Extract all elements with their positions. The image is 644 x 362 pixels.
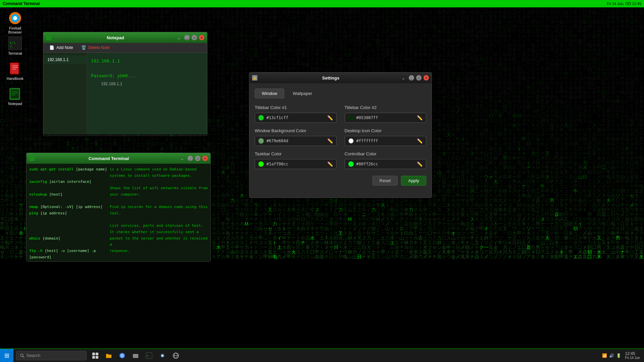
- sys-tray: Fri 14 Jun, ÖÖ 12:45: [607, 2, 641, 6]
- settings-titlebar[interactable]: 🔒 Settings ⌄ _ □ ×: [249, 72, 432, 83]
- notepad-icon: [8, 87, 22, 100]
- terminal-title: Command Terminal: [37, 156, 180, 161]
- settings-maximize-btn[interactable]: □: [416, 75, 422, 81]
- desktop-icon-handbook[interactable]: Handbook: [3, 60, 27, 82]
- taskbar-globe[interactable]: [170, 350, 182, 362]
- notepad-password: Password: yUm9...: [91, 72, 203, 80]
- desc-apt-get: is a Linux command used on Debian-baseds…: [110, 166, 208, 179]
- cmd-ftp: ftp -h [host] -u [username] -p [password…: [29, 248, 107, 260]
- terminal-minimize-btn[interactable]: _: [188, 156, 193, 161]
- notepad-add-note-btn[interactable]: 📄 Add Note: [46, 44, 77, 51]
- folder-icon: [132, 352, 139, 359]
- terminal-icon-label: Terminal: [8, 51, 22, 55]
- notepad-titlebar[interactable]: Notepad ⌄ _ □ ×: [43, 32, 207, 43]
- desc-ping: It checks whether it successfully sent a…: [110, 229, 208, 254]
- terminal-titlebar[interactable]: Command Terminal ⌄ _ □ ×: [27, 153, 210, 164]
- titlebar-color-2-group: Titlebar Color #2 #053007ff ✏️: [345, 105, 427, 123]
- svg-rect-7: [10, 63, 18, 74]
- titlebar-color-2-dot: [348, 115, 354, 120]
- firefox-icon: [8, 11, 22, 25]
- terminal-window: Command Terminal ⌄ _ □ × sudo apt-get in…: [26, 153, 211, 262]
- controlbar-color-label: Controlbar Color: [345, 151, 427, 156]
- notepad-icon-small: [46, 35, 51, 40]
- window-bg-color-label: Window Background Color: [255, 128, 337, 133]
- svg-point-16: [20, 354, 23, 357]
- taskbar-task-view[interactable]: [89, 350, 101, 362]
- search-bar[interactable]: Search: [16, 351, 87, 360]
- titlebar-color-1-field[interactable]: #13cf1cff ✏️: [255, 113, 337, 123]
- settings-collapse-btn[interactable]: ⌄: [401, 75, 405, 81]
- settings-tab-window[interactable]: Window: [255, 89, 284, 98]
- controlbar-color-group: Controlbar Color #00ff26cc ✏️: [345, 151, 427, 169]
- taskbar-steam[interactable]: [156, 350, 168, 362]
- controlbar-color-edit-icon[interactable]: ✏️: [417, 161, 423, 167]
- titlebar-color-1-group: Titlebar Color #1 #13cf1cff ✏️: [255, 105, 337, 123]
- desktop-icon-notepad[interactable]: Notepad: [3, 86, 27, 107]
- settings-close-btn[interactable]: ×: [424, 75, 429, 81]
- notepad-tabs: 192.168.1.1 192.168.1.1: [43, 53, 87, 135]
- add-note-icon: 📄: [49, 45, 54, 50]
- cmd-nmap: nmap [Optional: -sV] [ip address]: [29, 204, 107, 210]
- notepad-collapse-btn[interactable]: ⌄: [177, 35, 181, 40]
- svg-point-2: [13, 16, 17, 20]
- start-button[interactable]: ⊞: [0, 349, 13, 362]
- taskbar-color-value: #1aff00cc: [266, 162, 327, 166]
- svg-rect-12: [11, 90, 19, 98]
- firefox-label: FireballBrowser: [8, 26, 22, 34]
- terminal-maximize-btn[interactable]: □: [195, 156, 200, 161]
- desktop-icon-color-group: Desktop Icon Color #ffffffff ✏️: [345, 128, 427, 146]
- desktop-icon-color-field[interactable]: #ffffffff ✏️: [345, 136, 427, 146]
- settings-window-controls: ⌄ _ □ ×: [401, 75, 429, 81]
- settings-minimize-btn[interactable]: _: [409, 75, 414, 81]
- cmd-iwconfig: iwconfig [airlan internface]: [29, 179, 107, 185]
- desktop-icon-terminal[interactable]: C:\ >_ Terminal: [3, 35, 27, 57]
- notepad-minimize-btn[interactable]: _: [184, 35, 190, 40]
- settings-actions: Reset Apply: [255, 176, 426, 186]
- apply-button[interactable]: Apply: [401, 176, 426, 186]
- taskbar-color-field[interactable]: #1aff00cc ✏️: [255, 159, 337, 169]
- notepad-text[interactable]: 192.168.1.1 Password: yUm9...: [87, 53, 207, 135]
- taskbar-right: 📶 🔊 🔋 12:45 Fri 14 Jun: [602, 351, 644, 360]
- top-bar: Command Terminal Fri 14 Jun, ÖÖ 12:45: [0, 0, 644, 7]
- svg-rect-21: [96, 356, 98, 359]
- notepad-ip: 192.168.1.1: [91, 57, 203, 65]
- sys-tray-time: Fri 14 Jun, ÖÖ 12:45: [607, 2, 641, 6]
- notepad-tab-2[interactable]: 192.168.1.1: [97, 80, 126, 88]
- settings-tab-wallpaper[interactable]: Wallpaper: [286, 89, 319, 98]
- desktop-icon-firefox[interactable]: FireballBrowser: [3, 10, 27, 36]
- controlbar-color-field[interactable]: #00ff26cc ✏️: [345, 159, 427, 169]
- terminal-collapse-btn[interactable]: ⌄: [180, 156, 184, 161]
- cmd-apt-get: sudo apt-get install [package name]: [29, 166, 107, 173]
- cmd-nslookup: nslookup [host]: [29, 192, 107, 198]
- terminal-close-btn[interactable]: ×: [202, 156, 208, 161]
- notepad-tab-1[interactable]: 192.168.1.1: [43, 55, 87, 64]
- desktop-icon-color-edit-icon[interactable]: ✏️: [417, 138, 423, 144]
- svg-text:>_: >_: [10, 45, 13, 48]
- titlebar-color-1-label: Titlebar Color #1: [255, 105, 337, 110]
- notepad-delete-note-btn[interactable]: 🗑️ Delete Note: [78, 44, 113, 51]
- settings-tabs: Window Wallpaper: [255, 89, 426, 98]
- terminal-body: sudo apt-get install [package name] iwco…: [27, 164, 210, 261]
- terminal-icon-small: [29, 156, 35, 161]
- taskbar-color-label: Taskbar Color: [255, 151, 337, 156]
- window-bg-color-edit-icon[interactable]: ✏️: [327, 138, 333, 144]
- reset-button[interactable]: Reset: [373, 176, 398, 186]
- terminal-icon: C:\ >_: [8, 37, 22, 50]
- taskbar-folder[interactable]: [130, 350, 142, 362]
- svg-text:C:\: C:\: [10, 41, 15, 45]
- titlebar-color-2-edit-icon[interactable]: ✏️: [417, 115, 423, 120]
- taskbar-color-edit-icon[interactable]: ✏️: [327, 161, 333, 167]
- titlebar-color-2-field[interactable]: #053007ff ✏️: [345, 113, 427, 123]
- notepad-close-btn[interactable]: ×: [199, 35, 204, 40]
- volume-icon: 🔊: [609, 353, 614, 358]
- window-bg-color-group: Window Background Color #679e604d ✏️: [255, 128, 337, 146]
- settings-body: Window Wallpaper Titlebar Color #1 #13cf…: [249, 83, 432, 198]
- notepad-window: Notepad ⌄ _ □ × 📄 Add Note 🗑️ Delete Not…: [43, 32, 207, 136]
- taskbar-file-explorer[interactable]: [103, 350, 115, 362]
- titlebar-color-1-edit-icon[interactable]: ✏️: [327, 115, 333, 120]
- taskbar-chrome[interactable]: [116, 350, 128, 362]
- window-bg-color-field[interactable]: #679e604d ✏️: [255, 136, 337, 146]
- taskbar-terminal-icon[interactable]: >_: [143, 350, 155, 362]
- add-note-label: Add Note: [56, 45, 73, 50]
- notepad-maximize-btn[interactable]: □: [192, 35, 197, 40]
